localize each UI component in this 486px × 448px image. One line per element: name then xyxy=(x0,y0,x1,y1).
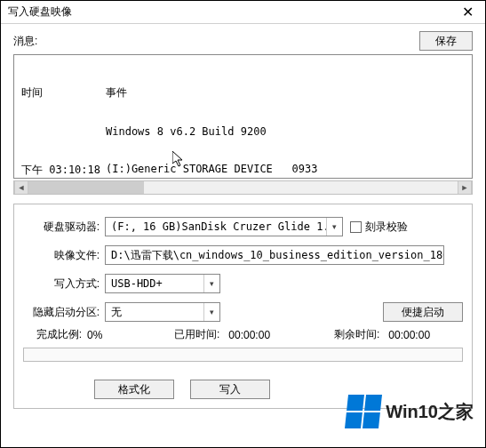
logo-text: Win10之家 xyxy=(386,400,474,424)
scroll-track[interactable] xyxy=(28,181,458,194)
horizontal-scrollbar[interactable]: ◄ ► xyxy=(13,180,473,195)
log-header-event: 事件 xyxy=(106,85,127,100)
hidden-partition-label: 隐藏启动分区: xyxy=(23,305,105,320)
scroll-thumb[interactable] xyxy=(28,181,144,194)
image-path-field[interactable]: D:\迅雷下载\cn_windows_10_business_edition_v… xyxy=(105,245,444,265)
log-panel: 时间 事件 Windows 8 v6.2 Build 9200 下午 03:10… xyxy=(13,54,473,179)
drive-combo[interactable]: (F:, 16 GB)SanDisk Cruzer Glide 1.27 ▾ xyxy=(105,217,343,236)
progress-bar xyxy=(23,348,463,362)
windows-icon xyxy=(345,395,382,428)
elapsed-value: 00:00:00 xyxy=(228,329,270,341)
format-button[interactable]: 格式化 xyxy=(94,380,174,399)
log-row: 下午 03:10:18 (I:)Generic STORAGE DEVICE 0… xyxy=(21,163,465,178)
percent-value: 0% xyxy=(87,329,102,341)
remain-label: 剩余时间: xyxy=(334,327,388,342)
window-title: 写入硬盘映像 xyxy=(8,4,450,20)
chevron-down-icon[interactable]: ▾ xyxy=(326,218,342,236)
scroll-left-icon[interactable]: ◄ xyxy=(14,181,28,194)
chevron-down-icon[interactable]: ▾ xyxy=(203,303,219,321)
write-mode-combo[interactable]: USB-HDD+ ▾ xyxy=(105,274,220,293)
write-button[interactable]: 写入 xyxy=(190,380,270,399)
percent-label: 完成比例: xyxy=(23,327,87,342)
chevron-down-icon[interactable]: ▾ xyxy=(203,275,219,292)
logo: Win10之家 xyxy=(347,395,474,428)
scroll-right-icon[interactable]: ► xyxy=(458,181,472,194)
message-label: 消息: xyxy=(13,34,419,49)
save-button[interactable]: 保存 xyxy=(419,31,473,51)
form-panel: 硬盘驱动器: (F:, 16 GB)SanDisk Cruzer Glide 1… xyxy=(13,204,473,409)
checkbox-icon[interactable] xyxy=(350,221,362,233)
image-label: 映像文件: xyxy=(23,248,105,263)
close-icon[interactable]: ✕ xyxy=(450,1,485,24)
verify-checkbox[interactable]: 刻录校验 xyxy=(350,220,408,235)
titlebar: 写入硬盘映像 ✕ xyxy=(1,1,485,24)
drive-label: 硬盘驱动器: xyxy=(23,220,105,235)
log-header-time: 时间 xyxy=(21,85,106,100)
portable-boot-button[interactable]: 便捷启动 xyxy=(383,302,463,322)
remain-value: 00:00:00 xyxy=(388,329,430,341)
log-row: Windows 8 v6.2 Build 9200 xyxy=(21,125,465,138)
elapsed-label: 已用时间: xyxy=(174,327,228,342)
hidden-partition-combo[interactable]: 无 ▾ xyxy=(105,302,220,322)
write-mode-label: 写入方式: xyxy=(23,276,105,292)
